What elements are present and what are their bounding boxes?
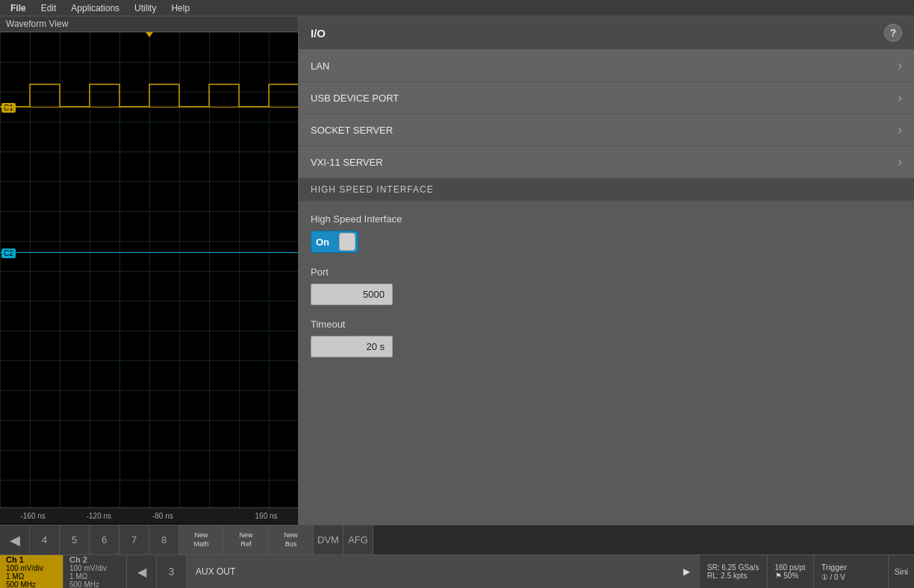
- trigger-detail: ① / 0 V: [821, 573, 880, 581]
- timeout-label: Timeout: [311, 319, 902, 330]
- waveform-canvas: C1 C2: [0, 32, 298, 507]
- menu-row-socket-label: SOCKET SERVER: [311, 125, 393, 136]
- main-layout: Waveform View C1 C2 -160 ns -120 ns -80 …: [0, 16, 914, 588]
- menu-file[interactable]: File: [3, 1, 34, 15]
- sr-status: SR: 6.25 GSa/s RL: 2.5 kpts: [700, 555, 767, 588]
- new-ref-line1: New: [239, 531, 252, 540]
- toggle-on-label: On: [316, 237, 329, 248]
- trigger-arrow-icon: [146, 32, 153, 37]
- bottom-tab-5[interactable]: 5: [60, 525, 90, 554]
- panel-title: I/O: [311, 27, 326, 40]
- sr-line2: RL: 2.5 kpts: [707, 572, 759, 580]
- trigger-title: Trigger: [821, 563, 880, 572]
- bottom-tab-4[interactable]: 4: [30, 525, 60, 554]
- bottom-tab-6[interactable]: 6: [90, 525, 119, 554]
- port-field-row: Port: [311, 266, 902, 305]
- ch1-div: 100 mV/div: [6, 564, 57, 572]
- status-bar: Ch 1 100 mV/div 1 MΩ 500 MHz Ch 2 100 mV…: [0, 554, 914, 588]
- menu-row-lan-label: LAN: [311, 60, 329, 72]
- new-bus-line2: Bus: [285, 540, 297, 549]
- time-label-2: -120 ns: [87, 512, 111, 520]
- top-section: Waveform View C1 C2 -160 ns -120 ns -80 …: [0, 16, 914, 525]
- menu-bar: File Edit Applications Utility Help: [0, 0, 914, 16]
- bottom-tab-afg[interactable]: AFG: [343, 525, 373, 554]
- ch1-status: Ch 1 100 mV/div 1 MΩ 500 MHz: [0, 555, 63, 588]
- new-ref-line2: Ref: [240, 540, 251, 549]
- ch2-div: 100 mV/div: [69, 564, 120, 572]
- menu-utility[interactable]: Utility: [127, 1, 164, 15]
- help-button[interactable]: ?: [884, 24, 902, 42]
- menu-row-socket[interactable]: SOCKET SERVER ›: [299, 114, 914, 146]
- waveform-title: Waveform View: [0, 16, 298, 32]
- new-bus-button[interactable]: New Bus: [269, 525, 314, 554]
- new-bus-line1: New: [284, 531, 297, 540]
- aux-out-section[interactable]: AUX OUT ▶: [187, 555, 700, 588]
- ch1-bw: 500 MHz: [6, 581, 57, 589]
- section-header: HIGH SPEED INTERFACE: [299, 178, 914, 201]
- ch1-impedance: 1 MΩ: [6, 572, 57, 581]
- timeout-input[interactable]: [311, 336, 393, 357]
- bottom-scroll-left[interactable]: ◀: [0, 525, 30, 554]
- sr-extra-line2: ⚑ 50%: [775, 572, 806, 580]
- toggle-container: On: [311, 231, 902, 253]
- new-ref-button[interactable]: New Ref: [224, 525, 269, 554]
- bottom-tab-7[interactable]: 7: [119, 525, 149, 554]
- status-num-tab[interactable]: 3: [157, 555, 187, 588]
- time-label-1: -160 ns: [20, 512, 45, 520]
- ch2-label: C2: [1, 248, 16, 258]
- chevron-right-icon: ›: [898, 91, 902, 104]
- ch2-name: Ch 2: [69, 555, 120, 564]
- sr-line1: SR: 6.25 GSa/s: [707, 563, 759, 572]
- aux-out-label: AUX OUT: [196, 566, 235, 577]
- ch2-bw: 500 MHz: [69, 581, 120, 589]
- menu-row-usb-label: USB DEVICE PORT: [311, 93, 399, 104]
- port-label: Port: [311, 266, 902, 278]
- menu-applications[interactable]: Applications: [63, 1, 127, 15]
- menu-edit[interactable]: Edit: [34, 1, 64, 15]
- waveform-area: Waveform View C1 C2 -160 ns -120 ns -80 …: [0, 16, 299, 525]
- sr-extra-status: 160 ps/pt ⚑ 50%: [768, 555, 814, 588]
- toggle-thumb: [339, 233, 355, 251]
- extra-status: Sini: [889, 555, 914, 588]
- ch2-status: Ch 2 100 mV/div 1 MΩ 500 MHz: [63, 555, 127, 588]
- menu-row-lan[interactable]: LAN ›: [299, 50, 914, 82]
- port-input[interactable]: [311, 284, 393, 305]
- interface-toggle[interactable]: On: [311, 231, 358, 253]
- panel-content: High Speed Interface On Port: [299, 201, 914, 525]
- interface-field-row: High Speed Interface On: [311, 213, 902, 253]
- time-label-5: 160 ns: [255, 512, 278, 520]
- ch2-waveform-line: [0, 252, 298, 253]
- ch1-waveform-svg: [0, 77, 298, 137]
- panel-header: I/O ?: [299, 16, 914, 50]
- aux-out-chevron-icon: ▶: [683, 566, 690, 577]
- bottom-nav: ◀ 4 5 6 7 8 New Math New Ref New Bus DVM…: [0, 525, 914, 554]
- trigger-value: 0 V: [834, 573, 845, 581]
- menu-help[interactable]: Help: [164, 1, 197, 15]
- status-scroll-left[interactable]: ◀: [127, 555, 157, 588]
- panel-area: I/O ? LAN › USB DEVICE PORT › SOCKET SER…: [299, 16, 914, 525]
- toggle-track: On: [311, 231, 358, 253]
- menu-row-vxi[interactable]: VXI-11 SERVER ›: [299, 146, 914, 178]
- ch1-name: Ch 1: [6, 555, 57, 564]
- sr-extra-line1: 160 ps/pt: [775, 563, 806, 572]
- menu-row-vxi-label: VXI-11 SERVER: [311, 157, 383, 168]
- trigger-edge-icon: /: [830, 573, 832, 581]
- chevron-right-icon: ›: [898, 123, 902, 137]
- timeout-field-row: Timeout: [311, 319, 902, 357]
- new-math-button[interactable]: New Math: [179, 525, 224, 554]
- time-label-3: -80 ns: [152, 512, 173, 520]
- new-math-line2: Math: [193, 540, 208, 549]
- trigger-status: Trigger ① / 0 V: [814, 555, 889, 588]
- waveform-time-axis: -160 ns -120 ns -80 ns 160 ns: [0, 507, 298, 524]
- menu-row-usb[interactable]: USB DEVICE PORT ›: [299, 82, 914, 114]
- trigger-ch: ①: [821, 573, 828, 581]
- chevron-right-icon: ›: [898, 59, 902, 72]
- new-math-line1: New: [194, 531, 208, 540]
- bottom-tab-8[interactable]: 8: [149, 525, 179, 554]
- bottom-tab-dvm[interactable]: DVM: [314, 525, 343, 554]
- interface-label: High Speed Interface: [311, 213, 902, 225]
- ch2-impedance: 1 MΩ: [69, 572, 120, 581]
- chevron-right-icon: ›: [898, 155, 902, 169]
